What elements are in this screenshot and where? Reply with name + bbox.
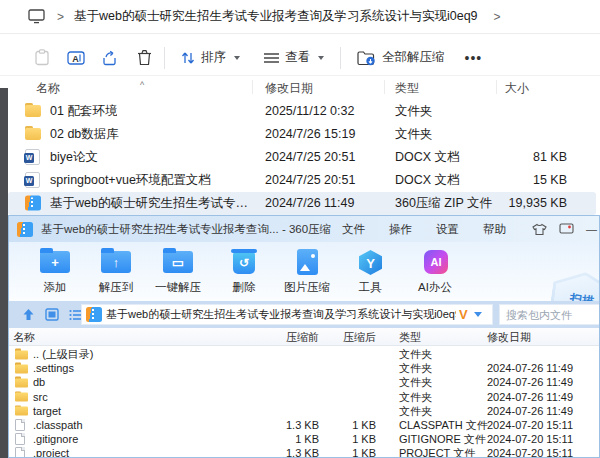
- column-header-date[interactable]: 修改日期: [265, 80, 313, 97]
- file-date: 2024/7/26 11:49: [265, 196, 354, 210]
- column-divider: [496, 80, 497, 94]
- entry-date: 2024-07-20 15:11: [487, 447, 573, 458]
- add-button[interactable]: + 添加: [25, 247, 85, 295]
- zip-archive-icon: [25, 196, 41, 211]
- menu-settings[interactable]: 设置: [436, 222, 459, 237]
- list-item[interactable]: .. (上级目录) 文件夹: [9, 347, 599, 361]
- explorer-address-bar[interactable]: > 基于web的硕士研究生招生考试专业报考查询及学习系统设计与实现i0eq9 >: [0, 0, 600, 34]
- minimize-button[interactable]: —: [586, 223, 597, 235]
- archive-path-field[interactable]: 基于web的硕士研究生招生考试专业报考查询及学习系统设计与实现i0eq9.zip…: [81, 304, 493, 325]
- extract-to-button[interactable]: ↑ 解压到: [86, 247, 146, 295]
- entry-type: 文件夹: [399, 403, 432, 418]
- share-icon: [101, 50, 119, 66]
- file-date: 2024/7/26 15:19: [265, 127, 355, 141]
- table-row[interactable]: 01 配套环境 2025/11/12 0:32 文件夹: [8, 99, 596, 122]
- zip-titlebar[interactable]: 基于web的硕士研究生招生考试专业报考查询... - 360压缩 文件 操作 设…: [9, 216, 599, 242]
- list-item[interactable]: .settings 文件夹 2024-07-26 11:49: [9, 361, 599, 375]
- column-header-type[interactable]: 类型: [399, 330, 421, 345]
- sort-arrows-icon: [181, 51, 195, 65]
- entry-type: 文件夹: [399, 347, 432, 362]
- view-label: 查看: [285, 49, 310, 66]
- paste-button[interactable]: [32, 48, 52, 68]
- feedback-icon[interactable]: [559, 223, 574, 235]
- computer-icon: [28, 9, 45, 24]
- image-compress-icon: [297, 249, 318, 275]
- one-click-extract-button[interactable]: ▭ 一键解压: [148, 247, 208, 295]
- extract-all-label: 全部解压缩: [382, 49, 445, 66]
- menu-help[interactable]: 帮助: [483, 222, 506, 237]
- table-row[interactable]: biye论文 2024/7/25 20:51 DOCX 文档 81 KB: [8, 145, 596, 168]
- list-item[interactable]: .classpath 1.3 KB 1 KB CLASSPATH 文件 2024…: [9, 418, 599, 432]
- menu-action[interactable]: 操作: [389, 222, 412, 237]
- svg-text:A: A: [72, 53, 79, 63]
- list-item[interactable]: .gitignore 1 KB 1 KB GITIGNORE 文件 2024-0…: [9, 432, 599, 446]
- list-item[interactable]: target 文件夹 2024-07-26 11:49: [9, 404, 599, 418]
- file-type: DOCX 文档: [395, 148, 460, 165]
- add-label: 添加: [25, 280, 85, 295]
- search-input[interactable]: [500, 306, 600, 325]
- one-click-extract-icon: ▭: [163, 251, 193, 273]
- view-button[interactable]: 查看: [258, 45, 330, 70]
- delete-button[interactable]: [134, 48, 154, 68]
- file-date: 2024/7/25 20:51: [265, 150, 355, 164]
- more-options-button[interactable]: •••: [465, 50, 483, 66]
- ai-office-button[interactable]: AI AI办公: [405, 247, 465, 295]
- window-title: 基于web的硕士研究生招生考试专业报考查询... - 360压缩: [41, 222, 331, 237]
- sort-button[interactable]: 排序: [175, 45, 246, 70]
- column-header-before[interactable]: 压缩前: [239, 330, 319, 345]
- column-header-size[interactable]: 大小: [505, 80, 529, 97]
- view-mode-button[interactable]: [43, 308, 61, 321]
- v-logo-icon: V: [459, 307, 468, 322]
- explorer-file-list: 01 配套环境 2025/11/12 0:32 文件夹 02 db数据库 202…: [0, 99, 600, 215]
- table-row[interactable]: 02 db数据库 2024/7/26 15:19 文件夹: [8, 122, 596, 145]
- table-row[interactable]: springboot+vue环境配置文档 2024/7/25 20:51 DOC…: [8, 169, 596, 192]
- breadcrumb-chevron[interactable]: >: [494, 10, 501, 24]
- column-header-date[interactable]: 修改日期: [487, 330, 531, 345]
- rename-button[interactable]: A: [66, 48, 86, 68]
- delete-button[interactable]: ↺ 删除: [214, 247, 274, 295]
- list-item[interactable]: src 文件夹 2024-07-26 11:49: [9, 390, 599, 404]
- list-item[interactable]: .project 1.3 KB 1 KB PROJECT 文件 2024-07-…: [9, 446, 599, 458]
- file-name: 02 db数据库: [50, 125, 119, 142]
- share-button[interactable]: [100, 48, 120, 68]
- file-date: 2024/7/25 20:51: [265, 173, 355, 187]
- image-compress-button[interactable]: 图片压缩: [277, 247, 337, 295]
- size-before: 1.3 KB: [239, 447, 319, 458]
- tools-cube-icon: Y: [359, 250, 382, 275]
- extract-folder-icon: [357, 50, 376, 66]
- column-header-name[interactable]: 名称: [13, 330, 35, 345]
- file-type: 360压缩 ZIP 文件: [395, 195, 492, 212]
- folder-icon: [15, 377, 29, 388]
- delete-label: 删除: [214, 280, 274, 295]
- extract-to-icon: ↑: [101, 251, 131, 273]
- ai-office-icon: AI: [424, 250, 448, 274]
- entry-type: PROJECT 文件: [399, 446, 475, 458]
- menu-file[interactable]: 文件: [342, 222, 365, 237]
- breadcrumb[interactable]: 基于web的硕士研究生招生考试专业报考查询及学习系统设计与实现i0eq9: [74, 8, 478, 25]
- entry-name: .settings: [33, 362, 74, 374]
- tools-button[interactable]: Y 工具: [340, 247, 400, 295]
- archive-search-box[interactable]: [499, 304, 600, 325]
- size-after: 1 KB: [329, 447, 376, 458]
- list-item[interactable]: db 文件夹 2024-07-26 11:49: [9, 375, 599, 389]
- column-header-type[interactable]: 类型: [395, 80, 419, 97]
- entry-date: 2024-07-26 11:49: [487, 362, 573, 374]
- chevron-down-icon[interactable]: [474, 312, 482, 317]
- skin-theme-icon[interactable]: [532, 223, 547, 236]
- rename-icon: A: [67, 50, 85, 66]
- extract-all-button[interactable]: 全部解压缩: [351, 45, 451, 70]
- folder-icon: [15, 349, 29, 360]
- file-icon: [15, 433, 25, 445]
- sort-ascending-indicator: ^: [140, 80, 144, 90]
- up-directory-button[interactable]: [19, 308, 37, 321]
- column-header-name[interactable]: 名称: [36, 80, 60, 97]
- column-header-after[interactable]: 压缩后: [329, 330, 376, 345]
- entry-type: 文件夹: [399, 361, 432, 376]
- file-size: 15 KB: [485, 173, 567, 187]
- table-row-selected[interactable]: 基于web的硕士研究生招生考试专业报考查询及... 2024/7/26 11:4…: [8, 192, 596, 215]
- file-name: 基于web的硕士研究生招生考试专业报考查询及...: [50, 195, 255, 212]
- file-date: 2025/11/12 0:32: [265, 104, 354, 118]
- file-type: 文件夹: [395, 102, 433, 119]
- sort-label: 排序: [201, 49, 226, 66]
- word-document-icon: [25, 149, 40, 165]
